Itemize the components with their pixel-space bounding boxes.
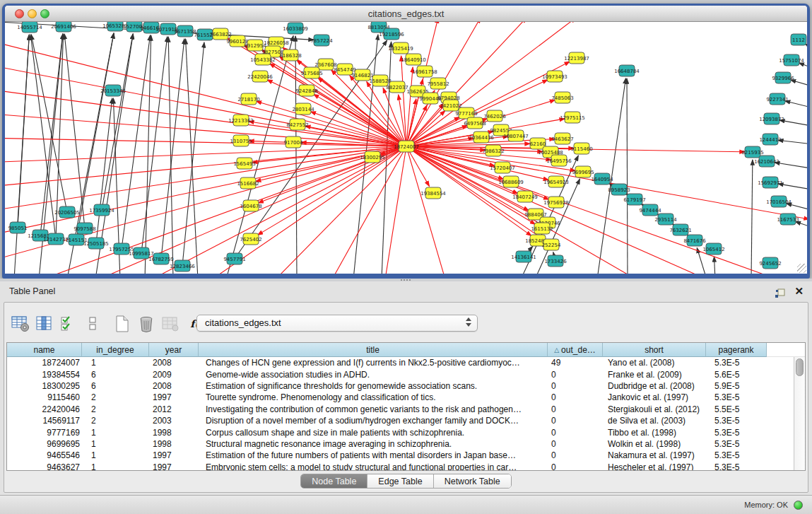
table-row[interactable]: 969969511998Structural magnetic resonanc… xyxy=(7,438,805,450)
graph-node[interactable]: 2935114 xyxy=(654,214,677,225)
delete-column-icon[interactable] xyxy=(136,313,157,334)
vertical-scrollbar[interactable] xyxy=(794,357,805,470)
column-header-title[interactable]: title xyxy=(199,343,548,357)
graph-node[interactable]: 15692971 xyxy=(758,177,783,188)
graph-node[interactable]: 7462026 xyxy=(483,110,506,122)
graph-node[interactable]: 1565493 xyxy=(233,158,255,169)
graph-node[interactable]: 6497568 xyxy=(464,117,486,129)
graph-node[interactable]: 9227341 xyxy=(766,93,788,105)
graph-node[interactable]: 8822037 xyxy=(386,81,408,93)
graph-node[interactable]: 12975115 xyxy=(560,112,585,123)
column-header-short[interactable]: short xyxy=(603,343,706,357)
graph-node[interactable]: 19654923 xyxy=(543,176,569,187)
graph-node[interactable]: 9175685 xyxy=(300,67,322,78)
graph-node[interactable]: 17016504 xyxy=(766,196,792,207)
delete-table-icon[interactable] xyxy=(160,313,181,334)
graph-node[interactable]: 8471676 xyxy=(683,235,706,246)
tab-node-table[interactable]: Node Table xyxy=(301,474,367,488)
graph-node[interactable]: 7625402 xyxy=(240,233,261,245)
table-row[interactable]: 1456911722003Disruption of a novel membe… xyxy=(7,415,805,426)
graph-node[interactable]: 10688609 xyxy=(498,176,524,187)
graph-node[interactable]: 917004 xyxy=(284,136,303,148)
graph-node[interactable]: 20206505 xyxy=(54,206,80,218)
column-header-year[interactable]: year xyxy=(149,343,199,357)
graph-node[interactable]: 18640910 xyxy=(401,54,426,65)
graph-node[interactable]: 17359924 xyxy=(89,204,114,216)
graph-node[interactable]: 6179197 xyxy=(623,194,645,205)
table-settings-icon[interactable] xyxy=(10,313,31,334)
network-canvas[interactable]: 1872400714055714206914061065328715270029… xyxy=(5,22,807,274)
graph-nodes[interactable]: 1872400714055714206914061065328715270029… xyxy=(8,22,806,271)
graph-node[interactable]: 7986322 xyxy=(482,145,504,156)
scrollbar-thumb[interactable] xyxy=(796,358,804,376)
graph-node[interactable]: 9457791 xyxy=(223,253,245,264)
graph-node[interactable]: 9242848 xyxy=(295,85,317,96)
window-resize-grip[interactable] xyxy=(797,264,806,273)
graph-node[interactable]: 20691406 xyxy=(51,22,76,32)
table-row[interactable]: 946362711997Embryonic stem cells: a mode… xyxy=(7,462,805,471)
graph-node[interactable]: 7632621 xyxy=(669,224,691,235)
graph-node[interactable]: 1310755 xyxy=(230,135,252,146)
graph-node[interactable]: 12213363 xyxy=(228,115,254,126)
graph-node[interactable]: 9671358 xyxy=(174,25,196,37)
close-panel-icon[interactable]: ✕ xyxy=(794,284,804,298)
table-row[interactable]: 1830029562008Estimation of significance … xyxy=(7,380,805,392)
table-row[interactable]: 1872400712008Changes of HCN gene express… xyxy=(7,357,805,368)
table-row[interactable]: 2242004622012Investigating the contribut… xyxy=(7,404,805,415)
column-header-name[interactable]: name xyxy=(7,343,82,357)
memory-ok-indicator[interactable] xyxy=(794,501,803,510)
network-window-titlebar[interactable]: citations_edges.txt xyxy=(5,6,807,22)
graph-node[interactable]: 1244413 xyxy=(759,134,781,145)
tab-edge-table[interactable]: Edge Table xyxy=(367,474,433,488)
graph-node[interactable]: 9474444 xyxy=(639,204,661,216)
graph-node[interactable]: 1615132 xyxy=(531,223,553,234)
graph-node[interactable]: 9115460 xyxy=(570,143,592,154)
table-row[interactable]: 911546021997Tourette syndrome. Phenomeno… xyxy=(7,392,805,403)
graph-node[interactable]: 16648784 xyxy=(614,65,640,76)
graph-node[interactable]: 12213987 xyxy=(564,52,589,64)
graph-node[interactable]: 9097588 xyxy=(73,223,95,234)
graph-node[interactable]: 1167533 xyxy=(777,214,799,225)
graph-node[interactable]: 1065412 xyxy=(702,243,724,255)
graph-node[interactable]: 985051 xyxy=(8,222,28,233)
graph-node[interactable]: 9463627 xyxy=(551,133,573,144)
graph-node[interactable]: 1604678 xyxy=(240,200,261,211)
graph-node[interactable]: 15751074 xyxy=(779,54,804,66)
graph-node[interactable]: 9245652 xyxy=(759,257,781,269)
graph-node[interactable]: 16961758 xyxy=(412,66,437,77)
graph-node[interactable]: 16033809 xyxy=(283,23,308,34)
graph-node[interactable]: 2803144 xyxy=(292,103,314,115)
select-columns-icon[interactable] xyxy=(58,313,79,334)
table-row[interactable]: 1938455462009Genome-wide association stu… xyxy=(7,368,805,380)
graph-node[interactable]: 8186328 xyxy=(279,49,301,61)
network-graph-svg[interactable]: 1872400714055714206914061065328715270029… xyxy=(5,22,807,274)
column-header-pagerank[interactable]: pagerank xyxy=(706,343,767,357)
graph-node[interactable]: 19756928 xyxy=(543,197,569,208)
column-header-in_degree[interactable]: in_degree xyxy=(82,343,149,357)
graph-node[interactable]: 12093872 xyxy=(759,113,784,124)
table-row[interactable]: 946554611997Estimation of the future num… xyxy=(7,450,805,461)
graph-node[interactable]: 7485063 xyxy=(551,92,573,103)
graph-node[interactable]: 9699695 xyxy=(572,166,594,177)
graph-node[interactable]: 14136141 xyxy=(511,251,536,262)
graph-node[interactable]: 19384554 xyxy=(420,187,446,199)
graph-node[interactable]: 8427552 xyxy=(286,119,308,130)
create-column-icon[interactable] xyxy=(112,313,133,334)
column-visibility-icon[interactable] xyxy=(34,313,55,334)
table-selector-dropdown[interactable]: citations_edges.txt xyxy=(196,315,478,332)
graph-node[interactable]: 1733426 xyxy=(544,255,567,267)
tab-network-table[interactable]: Network Table xyxy=(434,474,511,488)
graph-node[interactable]: 9329966 xyxy=(772,72,794,83)
graph-node[interactable]: 1112 xyxy=(791,34,806,45)
graph-node[interactable]: 18325419 xyxy=(388,42,413,54)
column-header-out_de[interactable]: △out_de… xyxy=(548,343,603,357)
graph-node[interactable]: 15720407 xyxy=(490,162,515,173)
float-panel-icon[interactable] xyxy=(775,286,785,297)
graph-node[interactable]: 7857224 xyxy=(310,35,333,46)
graph-node[interactable]: 8958923 xyxy=(608,184,630,195)
graph-node[interactable]: 1516682 xyxy=(237,177,259,189)
graph-node[interactable]: 252254 xyxy=(542,239,561,250)
graph-node[interactable]: 7955812 xyxy=(427,78,449,89)
row-options-icon[interactable] xyxy=(82,313,103,334)
table-row[interactable]: 977716911998Corpus callosum shape and si… xyxy=(7,426,805,438)
